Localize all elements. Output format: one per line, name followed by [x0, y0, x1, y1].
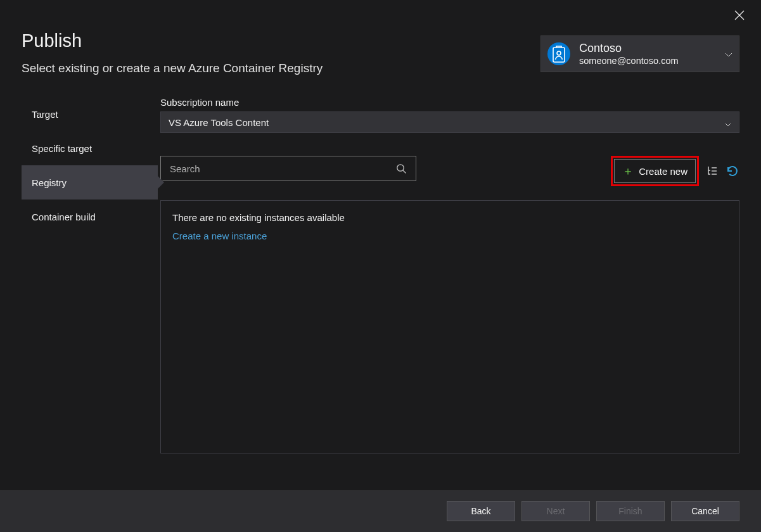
svg-line-6 — [403, 170, 406, 174]
finish-label: Finish — [618, 506, 642, 516]
next-label: Next — [547, 506, 565, 516]
chevron-down-icon — [725, 119, 731, 125]
registry-list: There are no existing instances availabl… — [160, 200, 739, 453]
step-label: Specific target — [32, 143, 92, 154]
step-specific-target[interactable]: Specific target — [22, 131, 158, 165]
next-button: Next — [521, 501, 590, 521]
search-input[interactable] — [170, 163, 396, 174]
view-tree-button[interactable] — [705, 156, 719, 186]
create-instance-link[interactable]: Create a new instance — [172, 231, 727, 241]
refresh-icon — [726, 164, 739, 178]
dialog-footer: Back Next Finish Cancel — [0, 490, 761, 532]
cancel-button[interactable]: Cancel — [671, 501, 739, 521]
main-panel: Subscription name VS Azure Tools Content — [158, 97, 739, 453]
cancel-label: Cancel — [691, 506, 719, 516]
registry-toolbar: ＋ Create new — [160, 156, 739, 186]
search-icon — [396, 163, 407, 174]
dialog-header: Publish Select existing or create a new … — [0, 0, 761, 91]
step-target[interactable]: Target — [22, 97, 158, 131]
subscription-dropdown[interactable]: VS Azure Tools Content — [160, 111, 739, 133]
subscription-label: Subscription name — [160, 97, 739, 108]
svg-point-5 — [397, 164, 404, 170]
finish-button: Finish — [596, 501, 665, 521]
account-badge-icon — [547, 42, 570, 65]
account-picker[interactable]: Contoso someone@contoso.com — [540, 35, 739, 72]
plus-icon: ＋ — [622, 163, 634, 179]
step-container-build[interactable]: Container build — [22, 200, 158, 234]
account-text: Contoso someone@contoso.com — [579, 41, 679, 67]
create-new-highlight: ＋ Create new — [611, 156, 699, 186]
account-name: Contoso — [579, 41, 679, 56]
wizard-steps: Target Specific target Registry Containe… — [22, 97, 158, 453]
step-registry[interactable]: Registry — [22, 165, 158, 200]
step-label: Registry — [32, 177, 67, 188]
empty-message: There are no existing instances availabl… — [172, 212, 727, 223]
create-new-button[interactable]: ＋ Create new — [614, 159, 696, 183]
tree-list-icon — [707, 165, 718, 177]
account-email: someone@contoso.com — [579, 55, 679, 66]
back-label: Back — [471, 506, 490, 516]
search-box[interactable] — [160, 156, 416, 181]
chevron-down-icon — [725, 50, 732, 58]
create-new-label: Create new — [639, 166, 687, 177]
step-label: Container build — [32, 212, 96, 222]
back-button[interactable]: Back — [447, 501, 515, 521]
refresh-button[interactable] — [726, 156, 739, 186]
subscription-value: VS Azure Tools Content — [169, 117, 269, 128]
step-label: Target — [32, 109, 58, 120]
